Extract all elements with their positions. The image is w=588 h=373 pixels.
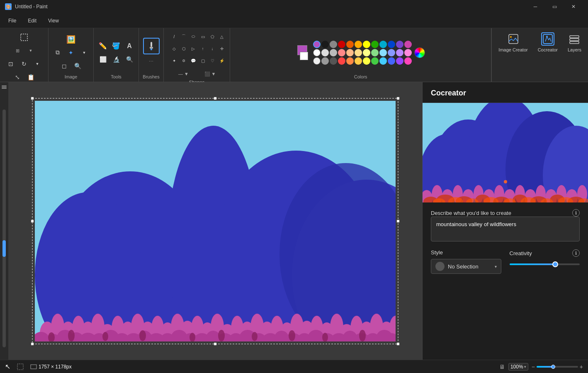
- cocreator-button[interactable]: Cocreator: [535, 31, 561, 54]
- magnifier-tool[interactable]: 🔍: [124, 54, 135, 65]
- color-swatch-pink[interactable]: [404, 41, 412, 48]
- minimize-button[interactable]: ─: [526, 0, 545, 13]
- svg-rect-3: [151, 49, 152, 50]
- brushes-more[interactable]: ⋯: [146, 56, 157, 68]
- creativity-info-icon[interactable]: ℹ: [572, 249, 580, 257]
- selection-rect-tool[interactable]: [18, 32, 30, 43]
- image-erase[interactable]: ◻: [58, 60, 70, 72]
- pencil-tool[interactable]: ✏️: [97, 40, 109, 52]
- image-open[interactable]: 🖼️: [65, 34, 77, 45]
- style-title-row: Style: [431, 249, 501, 256]
- svg-rect-17: [31, 343, 34, 345]
- color-swatch-cyan[interactable]: [379, 41, 387, 48]
- color-swatch-ltorg[interactable]: [346, 49, 354, 56]
- titlebar-controls: ─ ▭ ✕: [526, 0, 583, 13]
- selection-tool-2[interactable]: ⊞: [12, 45, 23, 56]
- selection-rotate[interactable]: ↻: [18, 58, 30, 70]
- fill-tool[interactable]: 🪣: [110, 40, 122, 52]
- eraser-tool[interactable]: ⬜: [97, 54, 109, 65]
- color-swatch-cyn2[interactable]: [379, 57, 387, 65]
- color-swatch-ltgray[interactable]: [321, 49, 329, 56]
- color-swatch-pink2[interactable]: [404, 57, 412, 65]
- selection-crop[interactable]: ⊡: [5, 58, 17, 70]
- color-swatch-orange[interactable]: [346, 41, 354, 48]
- style-dropdown[interactable]: No Selection ▾: [431, 259, 501, 274]
- zoom-out-button[interactable]: −: [532, 363, 535, 370]
- color-swatch-purple[interactable]: [313, 41, 321, 48]
- layers-button[interactable]: Layers: [564, 31, 585, 54]
- color-swatch-amber[interactable]: [355, 41, 362, 48]
- color-swatch-ltblu[interactable]: [388, 49, 395, 56]
- color-swatch-ltyel[interactable]: [363, 49, 370, 56]
- right-panel-buttons: Image Creator Cocreator: [491, 28, 588, 82]
- selection-flip-dropdown[interactable]: ▼: [32, 58, 43, 70]
- color-swatch-ltpurp[interactable]: [396, 49, 403, 56]
- brush-selected[interactable]: [143, 38, 160, 54]
- color-swatch-nearwhite[interactable]: [313, 57, 321, 65]
- color-swatch-yel2[interactable]: [363, 57, 370, 65]
- creativity-slider-track[interactable]: [510, 263, 580, 265]
- describe-info-icon[interactable]: ℹ: [572, 209, 580, 217]
- close-button[interactable]: ✕: [564, 0, 583, 13]
- color-swatch-blue[interactable]: [388, 41, 395, 48]
- color-swatch-white[interactable]: [313, 49, 321, 56]
- status-left: ↖ 1757 × 1178px: [5, 363, 72, 371]
- svg-rect-13: [214, 97, 216, 100]
- color-swatch-red[interactable]: [338, 41, 345, 48]
- svg-rect-6: [543, 34, 552, 44]
- selection-paste[interactable]: 📋: [25, 71, 36, 83]
- fill-style[interactable]: ⬛ ▼: [198, 68, 223, 80]
- zoom-slider-thumb[interactable]: [551, 365, 555, 369]
- color-swatch-gray[interactable]: [330, 41, 337, 48]
- style-creativity-row: Style No Selection ▾ Creativity ℹ: [431, 249, 580, 274]
- shape-bolt[interactable]: ⚡: [216, 55, 228, 66]
- color-swatch-yellow[interactable]: [363, 41, 370, 48]
- menu-view[interactable]: View: [43, 16, 64, 25]
- svg-rect-147: [31, 365, 36, 369]
- color-swatch-violet[interactable]: [396, 41, 403, 48]
- color-swatch-ltcyn[interactable]: [379, 49, 387, 56]
- status-right: 🖥 100% ▾ − +: [499, 363, 583, 371]
- color-swatch-gray2[interactable]: [321, 57, 329, 65]
- color-wheel[interactable]: [414, 47, 425, 58]
- color-swatch-ltgrn[interactable]: [371, 49, 379, 56]
- shape-tri[interactable]: △: [216, 31, 228, 42]
- color-swatch-blu2[interactable]: [388, 57, 395, 65]
- color-swatch-dkgray[interactable]: [330, 57, 337, 65]
- shape-4arr[interactable]: ✛: [216, 43, 228, 54]
- color-swatch-ltamb[interactable]: [355, 49, 362, 56]
- creativity-slider-thumb[interactable]: [552, 261, 558, 267]
- text-tool[interactable]: A: [124, 40, 135, 52]
- describe-textarea[interactable]: mountainous valley of wildflowers: [431, 217, 580, 241]
- color-swatch-green[interactable]: [371, 41, 379, 48]
- background-color[interactable]: [300, 52, 308, 60]
- selection-resize[interactable]: ⤡: [12, 71, 23, 83]
- color-pick-tool[interactable]: 🔬: [110, 54, 122, 65]
- color-swatch-midgray[interactable]: [330, 49, 337, 56]
- color-swatch-ltpink[interactable]: [404, 49, 412, 56]
- color-swatch-org2[interactable]: [346, 57, 354, 65]
- color-swatch-grn2[interactable]: [371, 57, 379, 65]
- color-swatch-black[interactable]: [321, 41, 329, 48]
- color-swatch-ltred[interactable]: [338, 49, 345, 56]
- vertical-zoom-slider[interactable]: [2, 110, 6, 347]
- image-zoom[interactable]: 🔍: [72, 60, 83, 72]
- image-layers[interactable]: ⧉: [52, 47, 63, 59]
- image-creator-button[interactable]: Image Creator: [495, 31, 531, 54]
- color-swatch-purp2[interactable]: [396, 57, 403, 65]
- menu-edit[interactable]: Edit: [23, 16, 41, 25]
- color-swatch-amb2[interactable]: [355, 57, 362, 65]
- canvas-area: [0, 82, 422, 360]
- layers-icon: [568, 32, 581, 46]
- color-swatch-red2[interactable]: [338, 57, 345, 65]
- maximize-button[interactable]: ▭: [545, 0, 564, 13]
- creativity-title: Creativity: [510, 250, 532, 256]
- stroke-style[interactable]: — ▼: [171, 68, 196, 80]
- image-bg-dropdown[interactable]: ▼: [78, 47, 90, 59]
- image-bg-remove[interactable]: ✦: [65, 47, 77, 59]
- menu-file[interactable]: File: [3, 16, 21, 25]
- zoom-percent-wrapper[interactable]: 100% ▾: [508, 363, 528, 371]
- zoom-in-button[interactable]: +: [580, 363, 583, 370]
- selection-dropdown[interactable]: ▼: [25, 45, 36, 56]
- zoom-slider-track[interactable]: [537, 366, 578, 368]
